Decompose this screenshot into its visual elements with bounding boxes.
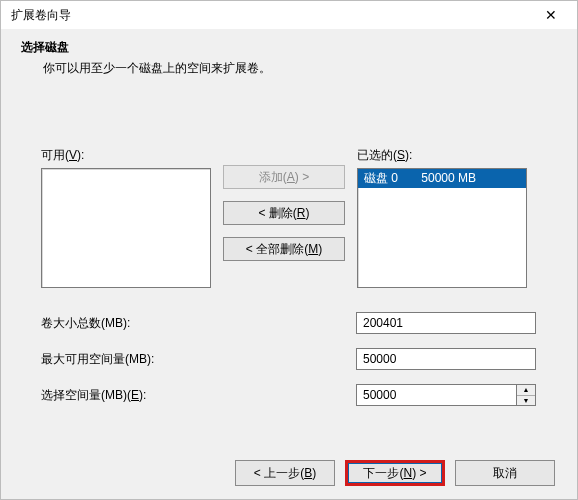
selected-label: 已选的(S):: [357, 147, 527, 164]
back-button[interactable]: < 上一步(B): [235, 460, 335, 486]
wizard-window: 扩展卷向导 ✕ 选择磁盘 你可以用至少一个磁盘上的空间来扩展卷。 可用(V): …: [0, 0, 578, 500]
total-size-row: 卷大小总数(MB): 200401: [41, 312, 547, 334]
footer-buttons: < 上一步(B) 下一步(N) > 取消: [1, 447, 577, 499]
header-title: 选择磁盘: [21, 39, 577, 56]
window-title: 扩展卷向导: [11, 7, 71, 24]
remove-button[interactable]: < 删除(R): [223, 201, 345, 225]
header-subtitle: 你可以用至少一个磁盘上的空间来扩展卷。: [21, 56, 577, 77]
max-space-label: 最大可用空间量(MB):: [41, 351, 356, 368]
size-fields: 卷大小总数(MB): 200401 最大可用空间量(MB): 50000 选择空…: [41, 312, 547, 406]
spinner-up-icon[interactable]: ▲: [517, 385, 535, 396]
total-size-value: 200401: [356, 312, 536, 334]
content-area: 可用(V): 添加(A) > < 删除(R) < 全部删除(M) 已选的(S):: [1, 77, 577, 447]
close-icon[interactable]: ✕: [531, 7, 571, 23]
transfer-buttons: 添加(A) > < 删除(R) < 全部删除(M): [223, 165, 345, 261]
total-size-label: 卷大小总数(MB):: [41, 315, 356, 332]
select-space-row: 选择空间量(MB)(E): 50000 ▲ ▼: [41, 384, 547, 406]
max-space-value: 50000: [356, 348, 536, 370]
cancel-button[interactable]: 取消: [455, 460, 555, 486]
select-space-label: 选择空间量(MB)(E):: [41, 387, 356, 404]
select-space-spinner[interactable]: 50000 ▲ ▼: [356, 384, 536, 406]
titlebar: 扩展卷向导 ✕: [1, 1, 577, 29]
available-block: 可用(V):: [41, 147, 211, 288]
selected-listbox[interactable]: 磁盘 0 50000 MB: [357, 168, 527, 288]
spinner-buttons: ▲ ▼: [516, 384, 536, 406]
next-button-highlight: 下一步(N) >: [345, 460, 445, 486]
lists-row: 可用(V): 添加(A) > < 删除(R) < 全部删除(M) 已选的(S):: [41, 147, 547, 288]
selected-block: 已选的(S): 磁盘 0 50000 MB: [357, 147, 527, 288]
available-listbox[interactable]: [41, 168, 211, 288]
select-space-input[interactable]: 50000: [356, 384, 516, 406]
list-item[interactable]: 磁盘 0 50000 MB: [358, 169, 526, 188]
max-space-row: 最大可用空间量(MB): 50000: [41, 348, 547, 370]
spinner-down-icon[interactable]: ▼: [517, 396, 535, 406]
remove-all-button[interactable]: < 全部删除(M): [223, 237, 345, 261]
available-label: 可用(V):: [41, 147, 211, 164]
next-button[interactable]: 下一步(N) >: [348, 463, 442, 483]
add-button: 添加(A) >: [223, 165, 345, 189]
wizard-header: 选择磁盘 你可以用至少一个磁盘上的空间来扩展卷。: [1, 29, 577, 77]
